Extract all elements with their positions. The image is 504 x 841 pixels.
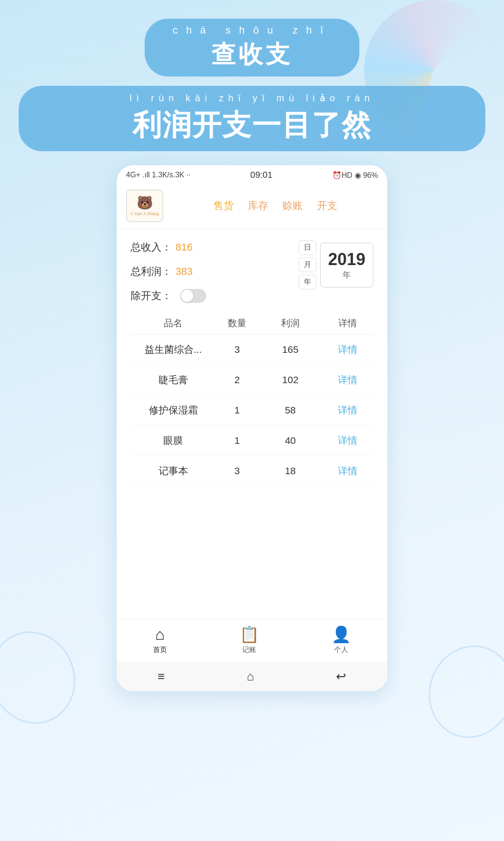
- profit-value: 383: [175, 266, 193, 278]
- row0-name: 益生菌综合...: [131, 343, 216, 356]
- summary-section: 总收入： 816 总利润： 383 除开支： 日 月: [131, 240, 373, 303]
- row2-profit: 58: [259, 405, 322, 416]
- tab-list: 售货 库存 赊账 开支: [173, 199, 378, 213]
- tab-expense[interactable]: 开支: [317, 199, 337, 213]
- table-header: 品名 数量 利润 详情: [131, 312, 373, 335]
- date-selector: 日 月 年 2019 年: [299, 240, 373, 289]
- subtitle-pinyin: lì rùn kāi zhī yī mù liǎo rán: [37, 92, 467, 104]
- system-menu-btn[interactable]: ≡: [158, 669, 165, 684]
- bottom-nav: ⌂ 首页 📋 记账 👤 个人: [117, 619, 387, 662]
- profit-row: 总利润： 383: [131, 265, 289, 279]
- status-left: 4G+ .ıll 1.3K/s.3K ··: [126, 171, 190, 179]
- logo-text: Y Xao Ji Zhang: [130, 211, 159, 217]
- deduct-row: 除开支：: [131, 289, 289, 303]
- nav-accounting-label: 记账: [242, 645, 256, 654]
- date-btn-month[interactable]: 月: [299, 258, 316, 272]
- system-home-btn[interactable]: ⌂: [247, 669, 254, 684]
- deduct-label: 除开支：: [131, 289, 172, 303]
- date-buttons: 日 月 年: [299, 240, 316, 289]
- deduct-toggle[interactable]: [180, 289, 206, 303]
- date-btn-day[interactable]: 日: [299, 240, 316, 255]
- system-back-btn[interactable]: ↩: [336, 669, 346, 684]
- home-icon: ⌂: [155, 625, 165, 644]
- row0-detail[interactable]: 详情: [322, 343, 373, 356]
- table-row: 记事本 3 18 详情: [131, 456, 373, 486]
- nav-profile-label: 个人: [334, 645, 348, 654]
- status-right: ⏰HD ◉ 96%: [332, 171, 378, 180]
- accounting-icon: 📋: [239, 625, 259, 644]
- row1-name: 睫毛膏: [131, 373, 216, 386]
- header-section: chá shōu zhī 查收支 lì rùn kāi zhī yī mù li…: [0, 0, 504, 151]
- data-table: 品名 数量 利润 详情 益生菌综合... 3 165 详情 睫毛膏 2 102 …: [131, 312, 373, 486]
- tab-inventory[interactable]: 库存: [248, 199, 268, 213]
- app-logo: 🐻 Y Xao Ji Zhang: [126, 189, 163, 222]
- year-label: 年: [328, 269, 365, 280]
- toggle-knob: [181, 290, 193, 302]
- nav-home-label: 首页: [153, 645, 167, 654]
- bg-swirl-left: [0, 619, 88, 736]
- status-time: 09:01: [250, 170, 273, 180]
- row2-qty: 1: [216, 405, 258, 416]
- nav-tabs: 🐻 Y Xao Ji Zhang 售货 库存 赊账 开支: [117, 183, 387, 229]
- header-profit: 利润: [259, 317, 322, 329]
- income-label: 总收入：: [131, 240, 172, 254]
- summary-left: 总收入： 816 总利润： 383 除开支：: [131, 240, 289, 303]
- year-display: 2019 年: [320, 243, 373, 287]
- title-pinyin: chá shōu zhī: [173, 24, 332, 36]
- row3-qty: 1: [216, 435, 258, 446]
- income-value: 816: [175, 241, 193, 253]
- year-number: 2019: [328, 250, 365, 269]
- row3-name: 眼膜: [131, 434, 216, 447]
- subtitle-chinese: 利润开支一目了然: [37, 105, 467, 145]
- date-btn-year[interactable]: 年: [299, 275, 316, 289]
- table-row: 眼膜 1 40 详情: [131, 426, 373, 456]
- profile-icon: 👤: [331, 625, 351, 644]
- row1-profit: 102: [259, 374, 322, 385]
- row3-detail[interactable]: 详情: [322, 434, 373, 447]
- header-qty: 数量: [216, 317, 258, 329]
- row0-profit: 165: [259, 344, 322, 355]
- row4-detail[interactable]: 详情: [322, 464, 373, 477]
- profit-label: 总利润：: [131, 265, 172, 279]
- content-spacer: [131, 486, 373, 608]
- row2-name: 修护保湿霜: [131, 404, 216, 417]
- row0-qty: 3: [216, 344, 258, 355]
- row4-qty: 3: [216, 465, 258, 477]
- row4-profit: 18: [259, 465, 322, 477]
- row2-detail[interactable]: 详情: [322, 404, 373, 417]
- nav-home[interactable]: ⌂ 首页: [153, 625, 167, 654]
- income-row: 总收入： 816: [131, 240, 289, 254]
- row1-qty: 2: [216, 374, 258, 385]
- subtitle-badge: lì rùn kāi zhī yī mù liǎo rán 利润开支一目了然: [19, 86, 485, 151]
- status-bar: 4G+ .ıll 1.3K/s.3K ·· 09:01 ⏰HD ◉ 96%: [117, 165, 387, 183]
- system-nav: ≡ ⌂ ↩: [117, 662, 387, 691]
- main-content: 总收入： 816 总利润： 383 除开支： 日 月: [117, 229, 387, 619]
- tab-credit[interactable]: 赊账: [282, 199, 303, 213]
- table-row: 益生菌综合... 3 165 详情: [131, 335, 373, 365]
- nav-accounting[interactable]: 📋 记账: [239, 625, 259, 654]
- nav-profile[interactable]: 👤 个人: [331, 625, 351, 654]
- row3-profit: 40: [259, 435, 322, 446]
- row4-name: 记事本: [131, 464, 216, 477]
- title-chinese: 查收支: [173, 38, 332, 71]
- table-row: 睫毛膏 2 102 详情: [131, 365, 373, 395]
- header-detail: 详情: [322, 317, 373, 329]
- bg-swirl-right: [416, 633, 504, 750]
- title-badge: chá shōu zhī 查收支: [145, 19, 360, 77]
- tab-sales[interactable]: 售货: [213, 199, 234, 213]
- table-row: 修护保湿霜 1 58 详情: [131, 395, 373, 426]
- row1-detail[interactable]: 详情: [322, 373, 373, 386]
- phone-mockup: 4G+ .ıll 1.3K/s.3K ·· 09:01 ⏰HD ◉ 96% 🐻 …: [117, 165, 387, 691]
- header-name: 品名: [131, 317, 216, 329]
